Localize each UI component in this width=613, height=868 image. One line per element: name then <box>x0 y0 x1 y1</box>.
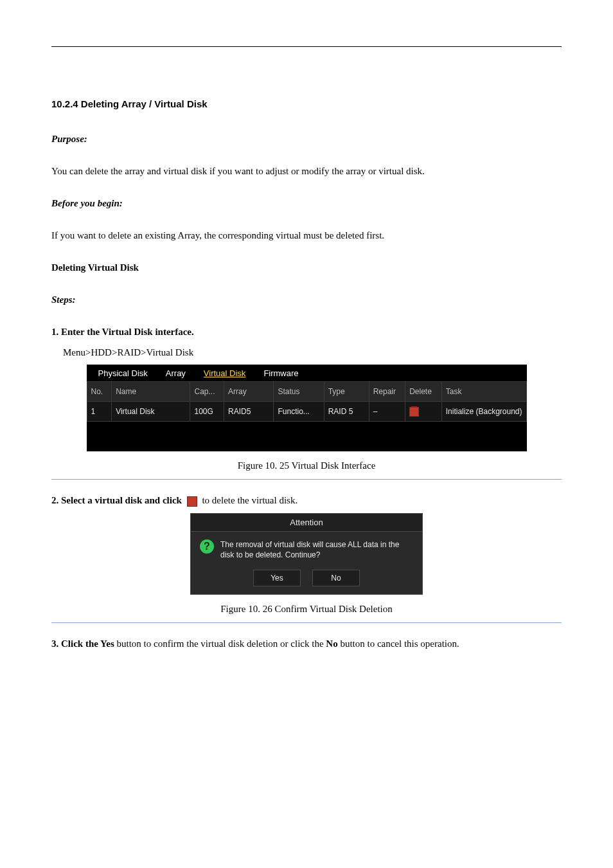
purpose-text: You can delete the array and virtual dis… <box>51 163 562 179</box>
vd-header-name: Name <box>112 382 190 402</box>
step-3-a: 3. Click the <box>51 638 100 649</box>
step-1-path: Menu>HDD>RAID>Virtual Disk <box>51 345 562 361</box>
step-3-b: button to confirm the virtual disk delet… <box>114 638 326 649</box>
step-3-c: button to cancel this operation. <box>338 638 459 649</box>
vd-cell-status: Functio... <box>274 402 324 422</box>
vd-cell-task: Initialize (Background) <box>441 402 526 422</box>
purpose-label: Purpose: <box>51 134 87 144</box>
vd-row[interactable]: 1 Virtual Disk 100G RAID5 Functio... RAI… <box>87 402 526 422</box>
tab-array[interactable]: Array <box>157 368 195 378</box>
steps-block: Steps: <box>51 292 562 307</box>
step-3: 3. Click the Yes button to confirm the v… <box>51 636 562 653</box>
figure-caption-26: Figure 10. 26 Confirm Virtual Disk Delet… <box>51 604 562 615</box>
before-label: Before you begin: <box>51 198 123 208</box>
section-heading: 10.2.4 Deleting Array / Virtual Disk <box>51 98 562 109</box>
tab-physical-disk[interactable]: Physical Disk <box>89 368 157 378</box>
vd-header-no: No. <box>87 382 112 402</box>
step-1-line: 1. Enter the Virtual Disk interface. <box>51 327 194 337</box>
no-button[interactable]: No <box>312 570 360 586</box>
attention-screenshot: Attention ? The removal of virtual disk … <box>111 513 502 595</box>
vd-header-task: Task <box>441 382 526 402</box>
vd-cell-name: Virtual Disk <box>112 402 190 422</box>
step-2-tail: to delete the virtual disk. <box>202 495 298 505</box>
step-3-no: No <box>326 638 337 649</box>
vd-cell-array: RAID5 <box>224 402 274 422</box>
trash-icon[interactable] <box>409 407 419 417</box>
vd-header-cap: Cap... <box>190 382 224 402</box>
step-1: 1. Enter the Virtual Disk interface. <box>51 324 562 341</box>
vd-header-delete: Delete <box>405 382 442 402</box>
vd-header-type: Type <box>324 382 369 402</box>
section-rule-2 <box>51 622 562 623</box>
before-block: Before you begin: <box>51 195 562 211</box>
step-3-yes: Yes <box>100 638 114 649</box>
vd-cell-repair: – <box>369 402 405 422</box>
inline-trash-icon <box>187 496 197 507</box>
vd-header-array: Array <box>224 382 274 402</box>
tab-firmware[interactable]: Firmware <box>254 368 307 378</box>
vd-tabs: Physical Disk Array Virtual Disk Firmwar… <box>87 365 527 381</box>
task-intro: Deleting Virtual Disk <box>51 260 562 275</box>
virtual-disk-table: No. Name Cap... Array Status Type Repair… <box>87 381 527 422</box>
step-2-line: 2. Select a virtual disk and click <box>51 495 182 505</box>
vd-cell-delete[interactable] <box>405 402 442 422</box>
vd-cell-no: 1 <box>87 402 112 422</box>
virtual-disk-screenshot: Physical Disk Array Virtual Disk Firmwar… <box>87 365 527 451</box>
yes-button[interactable]: Yes <box>253 570 301 586</box>
attention-message: The removal of virtual disk will cause A… <box>220 539 413 561</box>
tab-virtual-disk[interactable]: Virtual Disk <box>195 368 255 378</box>
step-2: 2. Select a virtual disk and click to de… <box>51 493 562 509</box>
vd-cell-cap: 100G <box>190 402 224 422</box>
vd-cell-type: RAID 5 <box>324 402 369 422</box>
task-intro-label: Deleting Virtual Disk <box>51 262 139 273</box>
attention-dialog: Attention ? The removal of virtual disk … <box>190 513 423 595</box>
vd-header-repair: Repair <box>369 382 405 402</box>
figure-caption-25: Figure 10. 25 Virtual Disk Interface <box>51 460 562 471</box>
vd-empty-area <box>87 422 527 451</box>
attention-title: Attention <box>191 514 422 532</box>
vd-header-status: Status <box>274 382 324 402</box>
top-rule <box>51 46 562 47</box>
purpose-block: Purpose: <box>51 131 562 147</box>
steps-label: Steps: <box>51 294 76 305</box>
before-text: If you want to delete an existing Array,… <box>51 228 562 243</box>
section-rule-1 <box>51 479 562 480</box>
question-icon: ? <box>200 539 214 554</box>
